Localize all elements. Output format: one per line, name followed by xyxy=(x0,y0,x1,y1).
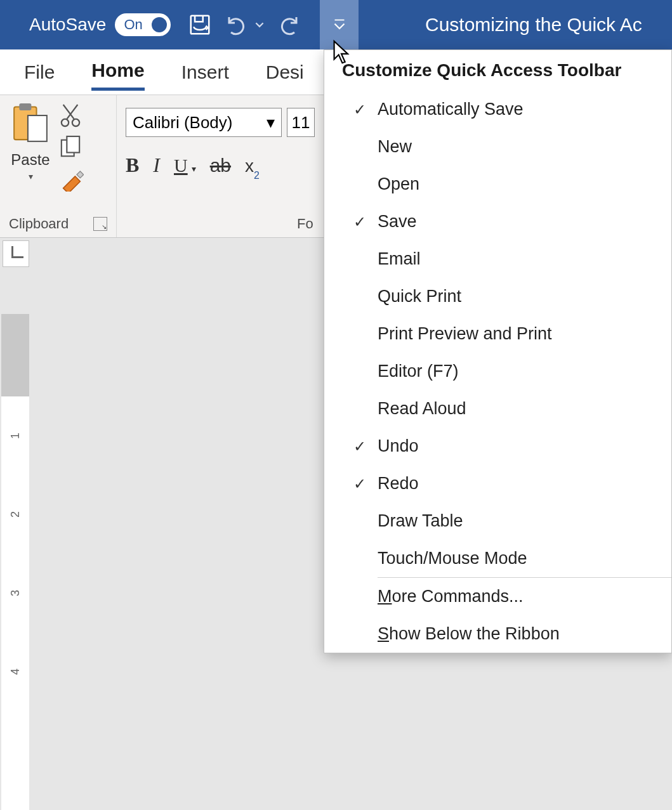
font-name-select[interactable]: Calibri (Body) ▾ xyxy=(126,108,282,137)
menu-item-touch-mouse[interactable]: Touch/Mouse Mode xyxy=(324,540,671,577)
font-size-select[interactable]: 11 xyxy=(287,108,315,137)
menu-item-show-below[interactable]: Show Below the Ribbon xyxy=(324,615,671,653)
underline-button[interactable]: U ▾ xyxy=(174,155,196,176)
check-icon: ✓ xyxy=(342,101,378,119)
svg-rect-2 xyxy=(19,103,31,110)
menu-item-autosave[interactable]: ✓ Automatically Save xyxy=(324,91,671,128)
menu-item-read-aloud[interactable]: Read Aloud xyxy=(324,390,671,428)
ruler-mark: 2 xyxy=(0,511,55,518)
menu-item-redo[interactable]: ✓ Redo xyxy=(324,465,671,502)
chevron-down-icon: ▾ xyxy=(267,113,275,133)
check-icon: ✓ xyxy=(342,475,378,493)
menu-item-more-commands[interactable]: More Commands... xyxy=(324,578,671,615)
paste-button[interactable]: Paste ▾ xyxy=(9,101,52,181)
ruler-corner[interactable] xyxy=(3,240,29,267)
menu-item-quick-print[interactable]: Quick Print xyxy=(324,278,671,315)
menu-item-label: Show Below the Ribbon xyxy=(378,624,560,644)
document-title: Customizing the Quick Ac xyxy=(425,14,642,36)
menu-item-label: Undo xyxy=(378,436,419,456)
menu-item-label: Save xyxy=(378,212,417,232)
menu-item-editor[interactable]: Editor (F7) xyxy=(324,353,671,390)
autosave-label: AutoSave xyxy=(29,15,106,35)
ruler-mark: 1 xyxy=(0,433,55,439)
italic-button[interactable]: I xyxy=(153,154,160,177)
clipboard-dialog-launcher[interactable]: ↘ xyxy=(93,217,107,231)
menu-item-label: Touch/Mouse Mode xyxy=(378,549,527,568)
menu-item-label: Email xyxy=(378,249,421,269)
svg-point-5 xyxy=(72,119,79,126)
clipboard-group: Paste ▾ xyxy=(0,95,117,237)
svg-rect-7 xyxy=(67,136,79,153)
toggle-knob xyxy=(152,17,167,32)
menu-item-print-preview[interactable]: Print Preview and Print xyxy=(324,315,671,353)
ruler-mark: 4 xyxy=(0,669,55,675)
menu-item-label: Automatically Save xyxy=(378,100,524,119)
autosave-toggle[interactable]: On xyxy=(115,13,171,36)
chevron-down-icon: ▾ xyxy=(192,164,196,174)
ruler-mark: 3 xyxy=(0,590,55,596)
menu-item-label: More Commands... xyxy=(378,587,524,606)
paste-icon xyxy=(9,101,52,148)
tab-insert[interactable]: Insert xyxy=(181,55,229,89)
menu-item-new[interactable]: New xyxy=(324,128,671,166)
tab-design[interactable]: Desi xyxy=(266,55,304,89)
svg-point-4 xyxy=(62,119,69,126)
paste-label: Paste xyxy=(11,151,49,169)
copy-icon[interactable] xyxy=(60,134,84,160)
menu-item-label: Open xyxy=(378,174,419,194)
svg-rect-3 xyxy=(28,115,47,141)
undo-dropdown-icon[interactable] xyxy=(252,10,267,40)
tab-home[interactable]: Home xyxy=(91,53,144,91)
font-name-value: Calibri (Body) xyxy=(133,113,233,133)
vertical-ruler[interactable]: 1 2 3 4 xyxy=(1,314,29,810)
quick-access-toolbar xyxy=(185,10,304,40)
menu-item-label: Editor (F7) xyxy=(378,362,459,381)
menu-item-label: Draw Table xyxy=(378,511,463,531)
menu-item-label: Print Preview and Print xyxy=(378,324,552,344)
subscript-button[interactable]: x2 xyxy=(245,156,260,179)
menu-item-label: Redo xyxy=(378,474,419,493)
check-icon: ✓ xyxy=(342,438,378,455)
save-icon[interactable] xyxy=(185,10,215,40)
check-icon: ✓ xyxy=(342,213,378,231)
font-size-value: 11 xyxy=(292,113,310,133)
menu-item-label: New xyxy=(378,137,412,157)
menu-item-email[interactable]: Email xyxy=(324,240,671,278)
underline-u: U xyxy=(174,155,188,176)
format-painter-icon[interactable] xyxy=(60,166,84,192)
customize-qat-menu: Customize Quick Access Toolbar ✓ Automat… xyxy=(324,49,672,653)
redo-icon[interactable] xyxy=(273,10,304,40)
menu-item-undo[interactable]: ✓ Undo xyxy=(324,428,671,465)
menu-item-label: Quick Print xyxy=(378,287,461,306)
menu-item-open[interactable]: Open xyxy=(324,166,671,203)
svg-rect-0 xyxy=(191,16,209,34)
cut-icon[interactable] xyxy=(60,103,84,128)
bold-button[interactable]: B xyxy=(126,154,139,177)
menu-item-label: Read Aloud xyxy=(378,399,466,419)
menu-item-draw-table[interactable]: Draw Table xyxy=(324,502,671,540)
undo-icon[interactable] xyxy=(221,10,252,40)
menu-item-save[interactable]: ✓ Save xyxy=(324,203,671,240)
autosave-on-text: On xyxy=(124,16,142,33)
strikethrough-button[interactable]: ab xyxy=(210,155,231,176)
clipboard-group-label: Clipboard xyxy=(9,216,69,232)
autosave-group: AutoSave On xyxy=(0,13,171,36)
tab-file[interactable]: File xyxy=(24,55,55,89)
mouse-cursor-icon xyxy=(331,39,352,65)
dropdown-title: Customize Quick Access Toolbar xyxy=(324,50,671,91)
font-group-label: Fo xyxy=(297,216,313,232)
paste-dropdown-icon[interactable]: ▾ xyxy=(29,171,33,181)
